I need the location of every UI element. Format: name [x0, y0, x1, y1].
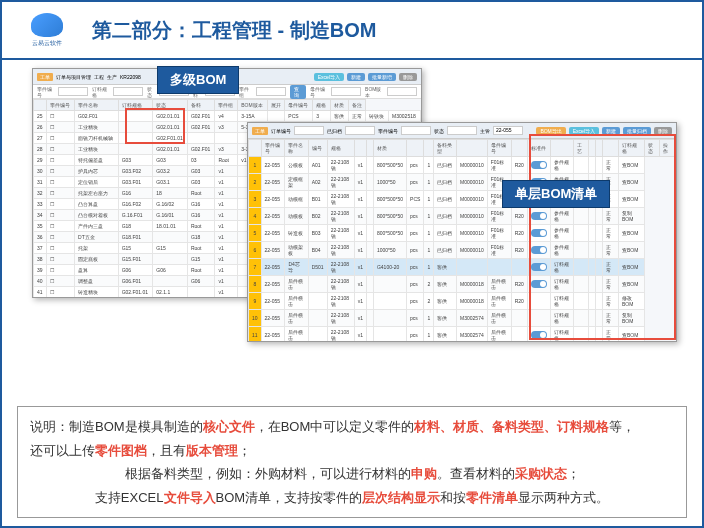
search-button[interactable]: 查询 [290, 85, 306, 99]
toggle-switch[interactable] [527, 157, 550, 174]
toggle-switch[interactable] [527, 208, 550, 225]
table-row[interactable]: 1022-055后件横击22-2108铣v1pcs1客供M3002574后件横击… [249, 310, 676, 327]
toggle-switch[interactable] [527, 225, 550, 242]
label-multi-bom: 多级BOM [157, 66, 239, 94]
toggle-switch[interactable] [527, 259, 550, 276]
batch-button[interactable]: 批量新增 [368, 73, 396, 81]
page-title: 第二部分：工程管理 - 制造BOM [92, 17, 376, 44]
toggle-switch[interactable] [527, 327, 550, 343]
nav-tag[interactable]: 工单 [37, 73, 53, 81]
table-row[interactable]: 322-055动模框B0122-2108铣v1800*500*50PCS1已归档… [249, 191, 676, 208]
table-row[interactable]: 522-055铸造板B0322-2108铣v1800*500*50pcs1已归档… [249, 225, 676, 242]
table-row[interactable]: 122-055公模板A0122-2108铣v1800*500*50pcs1已归档… [249, 157, 676, 174]
logo-text: 云易云软件 [32, 39, 62, 48]
action-link[interactable]: 查BOM [619, 174, 645, 191]
delete-button[interactable]: 删除 [399, 73, 417, 81]
slide-header: 云易云软件 第二部分：工程管理 - 制造BOM [2, 2, 702, 60]
table-row[interactable]: 222-055定模框架A0222-2108铣v11000*50pcs1已归档M0… [249, 174, 676, 191]
toggle-switch[interactable] [527, 242, 550, 259]
action-link[interactable]: 查BOM [619, 225, 645, 242]
new-button-2[interactable]: 新建 [602, 127, 620, 135]
excel-import-button[interactable]: Excel导入 [314, 73, 344, 81]
action-link[interactable]: 查BOM [619, 242, 645, 259]
desc-line-3: 根据备料类型，例如：外购材料，可以进行材料的申购。查看材料的采购状态； [30, 462, 674, 485]
nav-tag-2[interactable]: 工单 [252, 127, 268, 135]
batch-button-2[interactable]: 批量归档 [623, 127, 651, 135]
table-row[interactable]: 922-055后件横击22-2108铣v1pcs2客供M0000018后件横击R… [249, 293, 676, 310]
action-link[interactable]: 查BOM [619, 276, 645, 293]
label-single-bom: 单层BOM清单 [502, 180, 610, 208]
description-box: 说明：制造BOM是模具制造的核心文件，在BOM中可以定义零件的材料、材质、备料类… [17, 406, 687, 518]
action-link[interactable]: 查BOM [619, 157, 645, 174]
bom-export-button[interactable]: BOM导出 [536, 127, 565, 135]
action-link[interactable]: 修改BOM [619, 293, 645, 310]
table-row[interactable]: 722-055D4芯导D50122-2108铣v1G4100-20pcs1客供订… [249, 259, 676, 276]
screenshot-single-bom: 工单 订单编号 已归档 零件编号 状态 主管22-055 BOM导出 Excel… [247, 122, 677, 342]
toggle-switch[interactable] [527, 310, 550, 327]
action-link[interactable]: 查BOM [619, 259, 645, 276]
table-row[interactable]: 422-055动模板B0222-2108铣v1800*500*50pcs1已归档… [249, 208, 676, 225]
excel-import-button-2[interactable]: Excel导入 [569, 127, 599, 135]
new-button[interactable]: 新建 [347, 73, 365, 81]
toolbar-2: 工单 订单编号 已归档 零件编号 状态 主管22-055 BOM导出 Excel… [248, 123, 676, 139]
action-link[interactable]: 复制BOM [619, 208, 645, 225]
toggle-switch[interactable] [527, 293, 550, 310]
table-row[interactable]: 622-055动模架板B0422-2108铣v11000*50pcs1已归档M0… [249, 242, 676, 259]
desc-line-4: 支持EXCEL文件导入BOM清单，支持按零件的层次结构显示和按零件清单显示两种方… [30, 486, 674, 509]
desc-line-1: 说明：制造BOM是模具制造的核心文件，在BOM中可以定义零件的材料、材质、备料类… [30, 415, 674, 438]
table-row[interactable]: 1122-055后件横击22-2108铣v1pcs1客供M3002574后件横击… [249, 327, 676, 343]
table-row[interactable]: 822-055后件横击22-2108铣v1pcs2客供M0000018后件横击R… [249, 276, 676, 293]
delete-button-2[interactable]: 删除 [654, 127, 672, 135]
filter-input[interactable] [58, 87, 88, 96]
action-link[interactable]: 复制BOM [619, 310, 645, 327]
toggle-switch[interactable] [527, 276, 550, 293]
logo-icon [31, 13, 63, 37]
desc-line-2: 还可以上传零件图档，且有版本管理； [30, 439, 674, 462]
action-link[interactable]: 查BOM [619, 191, 645, 208]
action-link[interactable]: 查BOM [619, 327, 645, 343]
bom-list-table: 零件编号零件名称编号规格材质备料类型母件编号标准件工艺订料规格状态操作 122-… [248, 139, 676, 342]
table-row[interactable]: 25☐G02.F01G02.01.01G02.F01v43-15APCS3客供正… [34, 111, 421, 122]
logo: 云易云软件 [22, 10, 72, 50]
